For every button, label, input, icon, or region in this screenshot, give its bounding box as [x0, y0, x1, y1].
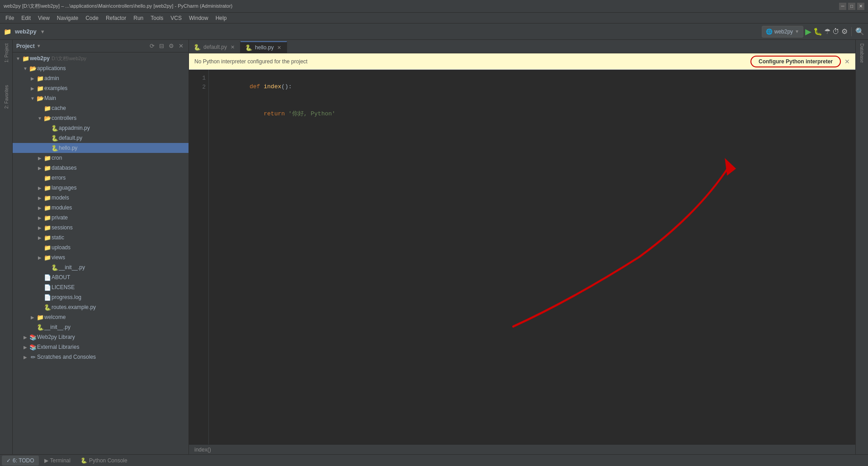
tree-item-controllers[interactable]: ▼ 📂 controllers: [13, 113, 189, 123]
tab-close-default[interactable]: ✕: [230, 44, 236, 51]
tree-item-hello[interactable]: 🐍 hello.py: [13, 143, 189, 153]
tree-icon-about: 📄: [43, 274, 52, 281]
left-strip-icon-1[interactable]: 1: Project: [2, 42, 11, 64]
tree-item-admin[interactable]: ▶ 📁 admin: [13, 73, 189, 83]
more-button[interactable]: ⚙: [841, 27, 848, 36]
tree-label-controllers: controllers: [52, 115, 76, 121]
tab-hello-py[interactable]: 🐍 hello.py ✕: [241, 41, 287, 53]
tree-item-init-views[interactable]: 🐍 __init__.py: [13, 262, 189, 272]
tree-icon-sessions: 📁: [43, 224, 52, 231]
tree-arrow-welcome: ▶: [29, 315, 36, 320]
tree-item-uploads[interactable]: 📁 uploads: [13, 243, 189, 252]
tab-python-console[interactable]: 🐍 Python Console: [76, 456, 132, 466]
tree-item-cron[interactable]: ▶ 📁 cron: [13, 153, 189, 163]
panel-sync-btn[interactable]: ⟳: [148, 42, 156, 50]
tree-item-default[interactable]: 🐍 default.py: [13, 133, 189, 143]
tree-item-errors[interactable]: 📁 errors: [13, 173, 189, 183]
left-strip-icon-2[interactable]: 2: Favorites: [2, 83, 11, 110]
toolbar-left: 📁 web2py ▼: [4, 28, 45, 35]
menu-vcs[interactable]: VCS: [167, 13, 185, 23]
line-number-1: 1: [189, 73, 208, 82]
tab-close-hello[interactable]: ✕: [276, 44, 282, 51]
tree-item-views[interactable]: ▶ 📁 views: [13, 252, 189, 262]
tree-item-ext-lib[interactable]: ▶ 📚 External Libraries: [13, 342, 189, 352]
panel-collapse-btn[interactable]: ⊟: [158, 42, 165, 50]
tree-item-databases[interactable]: ▶ 📁 databases: [13, 163, 189, 173]
tree-item-root[interactable]: ▼ 📁 web2py D:\文档\web2py: [13, 53, 189, 63]
tree-item-license[interactable]: 📄 LICENSE: [13, 282, 189, 292]
tree-icon-admin: 📁: [36, 75, 44, 82]
close-button[interactable]: ✕: [857, 3, 864, 10]
tree-path-root: D:\文档\web2py: [52, 55, 86, 62]
tree-icon-ext-lib: 📚: [29, 344, 37, 351]
menu-help[interactable]: Help: [212, 13, 231, 23]
right-strip-icon-1[interactable]: Database: [858, 42, 867, 65]
tree-item-appadmin[interactable]: 🐍 appadmin.py: [13, 123, 189, 133]
tab-default-py[interactable]: 🐍 default.py ✕: [189, 41, 241, 53]
tree-arrow-modules: ▶: [36, 205, 43, 210]
line-number-2: 2: [189, 82, 208, 91]
tree-item-cache[interactable]: 📁 cache: [13, 103, 189, 113]
tree-item-scratches[interactable]: ▶ ✏ Scratches and Consoles: [13, 352, 189, 362]
run-button[interactable]: ▶: [805, 27, 811, 37]
coverage-button[interactable]: ☂: [824, 27, 830, 36]
tree-item-models[interactable]: ▶ 📁 models: [13, 193, 189, 203]
tree-item-modules[interactable]: ▶ 📁 modules: [13, 203, 189, 213]
tree-item-welcome[interactable]: ▶ 📁 welcome: [13, 312, 189, 322]
gutter: 1 2: [189, 70, 209, 444]
menu-window[interactable]: Window: [185, 13, 212, 23]
warning-close-icon[interactable]: ✕: [844, 58, 850, 65]
panel-hide-btn[interactable]: ✕: [177, 42, 185, 50]
tree-item-private[interactable]: ▶ 📁 private: [13, 213, 189, 223]
tree-item-applications[interactable]: ▼ 📂 applications: [13, 63, 189, 73]
run-config-label: web2py: [774, 29, 793, 35]
run-config[interactable]: 🌐 web2py ▼: [762, 26, 803, 38]
tree-item-main[interactable]: ▼ 📂 Main: [13, 93, 189, 103]
menu-refactor[interactable]: Refactor: [102, 13, 130, 23]
tree-label-private: private: [52, 214, 68, 221]
menu-file[interactable]: File: [2, 13, 18, 23]
debug-button[interactable]: 🐛: [813, 27, 822, 36]
tree-item-static[interactable]: ▶ 📁 static: [13, 233, 189, 243]
tree-item-languages[interactable]: ▶ 📁 languages: [13, 183, 189, 193]
tree-label-hello: hello.py: [59, 145, 77, 151]
tab-todo[interactable]: ✓ 6: TODO: [2, 456, 39, 466]
tree-item-progress[interactable]: 📄 progress.log: [13, 292, 189, 302]
menu-navigate[interactable]: Navigate: [53, 13, 82, 23]
menu-tools[interactable]: Tools: [147, 13, 167, 23]
tree-label-main: Main: [44, 95, 56, 101]
keyword-def: def: [250, 83, 264, 90]
warning-text: No Python interpreter configured for the…: [194, 58, 307, 65]
python-console-icon: 🐍: [80, 457, 87, 464]
tree-label-root: web2py: [30, 55, 50, 62]
code-content[interactable]: def index(): return '你好, Python': [209, 70, 855, 444]
minimize-button[interactable]: ─: [839, 3, 846, 10]
tree-item-about[interactable]: 📄 ABOUT: [13, 272, 189, 282]
tree-arrow-admin: ▶: [29, 76, 36, 81]
search-everywhere-button[interactable]: 🔍: [855, 27, 864, 36]
tree-item-init-app[interactable]: 🐍 __init__.py: [13, 322, 189, 332]
configure-interpreter-button[interactable]: Configure Python interpreter: [750, 56, 841, 67]
tree-label-views: views: [52, 254, 65, 261]
tree-icon-private: 📁: [43, 214, 52, 221]
menu-code[interactable]: Code: [82, 13, 102, 23]
tab-terminal[interactable]: ▶ Terminal: [40, 456, 75, 466]
tree-item-examples[interactable]: ▶ 📁 examples: [13, 83, 189, 93]
tree-icon-examples: 📁: [36, 85, 44, 92]
toolbar: 📁 web2py ▼ 🌐 web2py ▼ ▶ 🐛 ☂ ⏱ ⚙ 🔍: [0, 24, 868, 40]
panel-settings-btn[interactable]: ⚙: [167, 42, 175, 50]
tree-item-sessions[interactable]: ▶ 📁 sessions: [13, 223, 189, 233]
tree-arrow-cron: ▶: [36, 156, 43, 161]
menu-edit[interactable]: Edit: [18, 13, 34, 23]
project-panel-title: Project ▼: [16, 43, 41, 49]
editor-status-line: index(): [189, 444, 855, 454]
tree-item-web2py-lib[interactable]: ▶ 📚 Web2py Library: [13, 332, 189, 342]
menu-view[interactable]: View: [34, 13, 53, 23]
profile-button[interactable]: ⏱: [832, 28, 840, 36]
project-dropdown-icon: ▼: [40, 29, 45, 34]
function-name: index: [264, 83, 281, 90]
maximize-button[interactable]: □: [848, 3, 855, 10]
tree-arrow-models: ▶: [36, 195, 43, 200]
tree-item-routes[interactable]: 🐍 routes.example.py: [13, 302, 189, 312]
menu-run[interactable]: Run: [130, 13, 147, 23]
